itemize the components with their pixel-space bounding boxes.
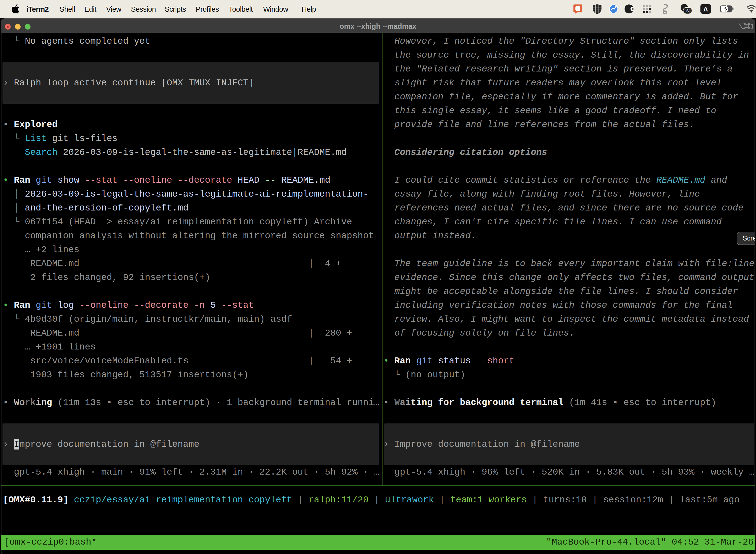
svg-text:A: A [703, 5, 708, 13]
svg-text:..61: ..61 [684, 9, 691, 13]
svg-text:1: 1 [750, 22, 753, 30]
